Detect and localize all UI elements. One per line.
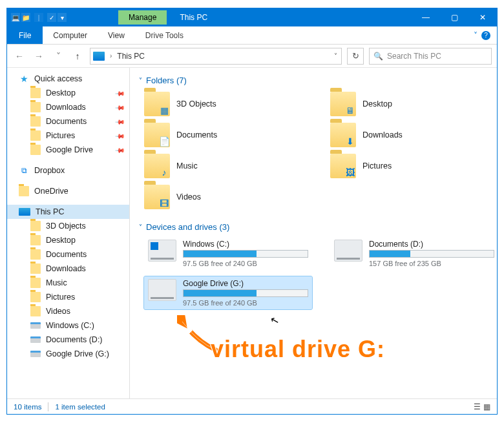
capacity-bar — [369, 250, 494, 258]
folder-icon: 📁 — [21, 13, 30, 22]
navigation-pane[interactable]: ★Quick access Desktop📌Downloads📌Document… — [7, 68, 130, 398]
check-icon: ✓ — [47, 13, 56, 22]
recent-locations-button[interactable]: ˅ — [51, 49, 65, 63]
pc-icon: 💻 — [11, 13, 20, 22]
nav-label: Downloads — [46, 264, 86, 273]
file-tab[interactable]: File — [7, 26, 43, 44]
history-chevron-icon[interactable]: ˅ — [333, 52, 339, 59]
details-view-button[interactable]: ☰ — [474, 402, 481, 411]
search-placeholder: Search This PC — [387, 52, 441, 61]
ribbon-expand-icon[interactable]: ˅ — [474, 31, 478, 40]
nav-onedrive[interactable]: OneDrive — [7, 184, 129, 198]
nav-item[interactable]: Documents — [7, 247, 129, 262]
nav-item[interactable]: Downloads — [7, 262, 129, 276]
folder-label: Downloads — [362, 130, 403, 139]
folder-item[interactable]: ♪Music — [144, 152, 312, 180]
nav-item[interactable]: 3D Objects — [7, 219, 129, 233]
group-title: Devices and drives (3) — [146, 222, 229, 232]
tab-drive-tools[interactable]: Drive Tools — [135, 28, 194, 43]
folder-item[interactable]: ⬇Downloads — [330, 121, 497, 149]
download-icon: ⬇ — [343, 134, 357, 149]
search-box[interactable]: 🔍 Search This PC — [369, 48, 492, 65]
nav-item[interactable]: Music — [7, 276, 129, 290]
maximize-button[interactable]: ▢ — [440, 8, 468, 26]
group-header-folders[interactable]: ˅ Folders (7) — [139, 76, 488, 85]
nav-item[interactable]: Desktop — [7, 233, 129, 247]
nav-label: Music — [46, 278, 67, 287]
capacity-bar — [183, 250, 308, 258]
drive-label: Documents (D:) — [369, 240, 494, 249]
folder-label: 3D Objects — [176, 99, 216, 108]
folder-icon — [30, 88, 41, 98]
context-tab-manage[interactable]: Manage — [118, 10, 167, 25]
nav-item[interactable]: Pictures — [7, 290, 129, 304]
window-title: This PC — [180, 13, 207, 22]
nav-item[interactable]: Google Drive (G:) — [7, 347, 129, 361]
minimize-button[interactable]: ― — [412, 8, 440, 26]
drive-icon — [30, 336, 41, 343]
nav-label: Pictures — [46, 131, 75, 140]
quick-access-toolbar: 💻 📁 | ✓ ▾ — [7, 13, 67, 22]
dropbox-icon: ⧉ — [19, 165, 29, 176]
folder-icon — [19, 186, 29, 196]
folder-item[interactable]: 🖼Pictures — [330, 152, 497, 180]
back-button[interactable]: ← — [12, 49, 26, 63]
tiles-view-button[interactable]: ▦ — [483, 402, 490, 411]
folder-item[interactable]: 🎞Videos — [144, 183, 312, 211]
nav-dropbox[interactable]: ⧉Dropbox — [7, 163, 129, 178]
tab-computer[interactable]: Computer — [43, 28, 98, 43]
folder-label: Music — [176, 161, 198, 170]
address-bar[interactable]: › This PC ˅ — [90, 48, 342, 65]
drive-item[interactable]: Documents (D:) 157 GB free of 235 GB — [330, 237, 497, 270]
folder-label: Desktop — [362, 99, 392, 108]
nav-item[interactable]: Desktop📌 — [7, 86, 129, 100]
nav-item[interactable]: Downloads📌 — [7, 100, 129, 114]
chevron-down-icon: ˅ — [139, 223, 142, 231]
title-bar: 💻 📁 | ✓ ▾ Manage This PC ― ▢ ✕ — [7, 8, 497, 26]
drive-item[interactable]: Google Drive (G:) 97.5 GB free of 240 GB — [144, 276, 312, 309]
pin-icon: 📌 — [115, 116, 125, 127]
video-icon: 🎞 — [157, 196, 171, 211]
nav-this-pc[interactable]: This PC — [7, 205, 129, 219]
close-button[interactable]: ✕ — [468, 8, 497, 26]
nav-item[interactable]: Google Drive📌 — [7, 143, 129, 157]
folder-label: Pictures — [362, 161, 392, 170]
music-icon: ♪ — [157, 165, 171, 180]
folder-icon — [30, 278, 41, 288]
folder-thumb: 📄 — [144, 123, 170, 147]
nav-item[interactable]: Documents (D:) — [7, 333, 129, 347]
nav-item[interactable]: Documents📌 — [7, 114, 129, 129]
chevron-right-icon[interactable]: › — [109, 52, 113, 59]
refresh-button[interactable]: ↻ — [347, 48, 364, 65]
folder-icon — [30, 221, 41, 231]
nav-label: Google Drive (G:) — [46, 349, 109, 358]
nav-label: Documents — [46, 250, 87, 259]
help-icon[interactable]: ? — [481, 31, 490, 40]
drive-label: Google Drive (G:) — [183, 279, 308, 288]
folder-item[interactable]: 🖥Desktop — [330, 90, 497, 118]
folder-label: Documents — [176, 130, 217, 139]
caret-down-icon: ▾ — [58, 13, 67, 22]
star-icon: ★ — [19, 74, 29, 84]
nav-item[interactable]: Windows (C:) — [7, 318, 129, 333]
content-area[interactable]: ˅ Folders (7) ▦3D Objects🖥Desktop📄Docume… — [130, 68, 497, 398]
tab-view[interactable]: View — [98, 28, 135, 43]
nav-item[interactable]: Pictures📌 — [7, 129, 129, 143]
pin-icon: 📌 — [115, 130, 125, 141]
drive-free-text: 157 GB free of 235 GB — [369, 260, 494, 267]
group-header-drives[interactable]: ˅ Devices and drives (3) — [139, 222, 488, 232]
breadcrumb-location[interactable]: This PC — [117, 52, 145, 61]
nav-item[interactable]: Videos — [7, 304, 129, 318]
folder-item[interactable]: ▦3D Objects — [144, 90, 312, 118]
up-button[interactable]: ↑ — [70, 49, 85, 63]
folder-item[interactable]: 📄Documents — [144, 121, 312, 149]
nav-label: Pictures — [46, 293, 75, 302]
drive-free-text: 97.5 GB free of 240 GB — [183, 299, 308, 307]
drive-item[interactable]: Windows (C:) 97.5 GB free of 240 GB — [144, 237, 312, 270]
folder-label: Videos — [176, 192, 201, 201]
drive-icon — [148, 279, 176, 301]
folder-icon — [30, 102, 41, 112]
forward-button[interactable]: → — [32, 49, 46, 63]
nav-label: Windows (C:) — [46, 321, 94, 330]
nav-quick-access[interactable]: ★Quick access — [7, 72, 129, 86]
